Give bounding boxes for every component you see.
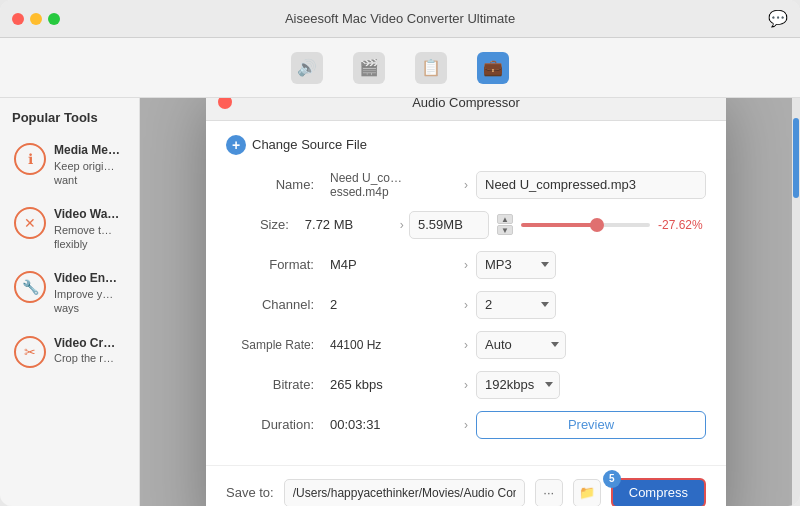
samplerate-label: Sample Rate: — [226, 338, 326, 352]
name-label: Name: — [226, 177, 326, 192]
format-select-container: MP3 AAC FLAC WAV — [476, 251, 706, 279]
folder-button[interactable]: 📁 — [573, 479, 601, 507]
dialog-title: Audio Compressor — [412, 98, 520, 110]
channel-value-left: 2 — [326, 297, 456, 312]
toolbar-audio[interactable]: 🔊 — [291, 52, 323, 84]
bitrate-label: Bitrate: — [226, 377, 326, 392]
close-button[interactable] — [12, 13, 24, 25]
dialog-footer: Save to: ··· 📁 5 Compress — [206, 465, 726, 507]
media-icon: ℹ — [14, 143, 46, 175]
bitrate-arrow: › — [456, 378, 476, 392]
compress-button[interactable]: Compress — [611, 478, 706, 507]
name-value-right — [476, 171, 706, 199]
dialog-close-button[interactable] — [218, 98, 232, 109]
name-value-left: Need U_co…essed.m4p — [326, 171, 456, 199]
samplerate-arrow: › — [456, 338, 476, 352]
content-area: Audio Compressor + Change Source File Na… — [140, 98, 792, 506]
scrollbar-thumb — [793, 118, 799, 198]
sidebar-item-enhance[interactable]: 🔧 Video En…Improve y… ways — [8, 263, 131, 323]
audio-compressor-dialog: Audio Compressor + Change Source File Na… — [206, 98, 726, 506]
bitrate-value-left: 265 kbps — [326, 377, 456, 392]
watermark-icon: ✕ — [14, 207, 46, 239]
compress-button-wrapper: 5 Compress — [611, 478, 706, 507]
preview-container: Preview — [476, 411, 706, 439]
app-window: Aiseesoft Mac Video Converter Ultimate 💬… — [0, 0, 800, 506]
format-arrow: › — [456, 258, 476, 272]
bitrate-select[interactable]: 192kbps 128kbps 256kbps 320kbps — [476, 371, 560, 399]
right-scrollbar[interactable] — [792, 98, 800, 506]
modal-overlay: Audio Compressor + Change Source File Na… — [140, 98, 792, 506]
duration-row: Duration: 00:03:31 › Preview — [226, 411, 706, 439]
size-label: Size: — [226, 217, 301, 232]
plus-icon: + — [226, 135, 246, 155]
samplerate-select[interactable]: Auto 44100 Hz 22050 Hz — [476, 331, 566, 359]
crop-icon: ✂ — [14, 336, 46, 368]
duration-arrow: › — [456, 418, 476, 432]
sidebar-item-crop[interactable]: ✂ Video Cr…Crop the r… — [8, 328, 131, 376]
size-slider[interactable] — [521, 223, 650, 227]
dialog-titlebar: Audio Compressor — [206, 98, 726, 121]
dialog-body: + Change Source File Name: Need U_co…ess… — [206, 121, 726, 465]
preview-button[interactable]: Preview — [476, 411, 706, 439]
stepper-down[interactable]: ▼ — [497, 225, 513, 235]
duration-value-left: 00:03:31 — [326, 417, 456, 432]
samplerate-select-container: Auto 44100 Hz 22050 Hz — [476, 331, 706, 359]
channel-select-container: 2 1 — [476, 291, 706, 319]
stepper-buttons: ▲ ▼ — [497, 214, 513, 235]
audio-icon: 🔊 — [291, 52, 323, 84]
duration-label: Duration: — [226, 417, 326, 432]
change-source-label: Change Source File — [252, 137, 367, 152]
channel-select[interactable]: 2 1 — [476, 291, 556, 319]
main-content: Popular Tools ℹ Media Me…Keep origi… wan… — [0, 98, 800, 506]
toolbar-video[interactable]: 🎬 — [353, 52, 385, 84]
name-input[interactable] — [476, 171, 706, 199]
save-path-input[interactable] — [284, 479, 525, 507]
toolbox-icon: 📋 — [415, 52, 447, 84]
step-badge: 5 — [603, 470, 621, 488]
format-value-left: M4P — [326, 257, 456, 272]
more-options-button[interactable]: ··· — [535, 479, 563, 507]
channel-row: Channel: 2 › 2 1 — [226, 291, 706, 319]
size-value-left: 7.72 MB — [301, 217, 395, 232]
chat-icon[interactable]: 💬 — [768, 9, 788, 28]
channel-label: Channel: — [226, 297, 326, 312]
sidebar: Popular Tools ℹ Media Me…Keep origi… wan… — [0, 98, 140, 506]
toolbar-toolbox[interactable]: 📋 — [415, 52, 447, 84]
sidebar-item-media[interactable]: ℹ Media Me…Keep origi… want — [8, 135, 131, 195]
format-select[interactable]: MP3 AAC FLAC WAV — [476, 251, 556, 279]
size-slider-container: -27.62% — [521, 218, 706, 232]
size-right-container: ▲ ▼ -27.62% — [409, 211, 706, 239]
toolbar: 🔊 🎬 📋 💼 — [0, 38, 800, 98]
size-row: Size: 7.72 MB › ▲ ▼ — [226, 211, 706, 239]
channel-arrow: › — [456, 298, 476, 312]
active-icon: 💼 — [477, 52, 509, 84]
app-title: Aiseesoft Mac Video Converter Ultimate — [285, 11, 515, 26]
title-bar: Aiseesoft Mac Video Converter Ultimate 💬 — [0, 0, 800, 38]
sidebar-media-text: Media Me…Keep origi… want — [54, 143, 125, 187]
size-arrow: › — [395, 218, 409, 232]
minimize-button[interactable] — [30, 13, 42, 25]
sidebar-watermark-text: Video Wa…Remove t… flexibly — [54, 207, 125, 251]
size-stepper-group: ▲ ▼ -27.62% — [409, 211, 706, 239]
sidebar-enhance-text: Video En…Improve y… ways — [54, 271, 125, 315]
format-row: Format: M4P › MP3 AAC FLAC WAV — [226, 251, 706, 279]
bitrate-row: Bitrate: 265 kbps › 192kbps 128kbps 256k… — [226, 371, 706, 399]
format-label: Format: — [226, 257, 326, 272]
save-to-label: Save to: — [226, 485, 274, 500]
name-arrow: › — [456, 178, 476, 192]
samplerate-row: Sample Rate: 44100 Hz › Auto 44100 Hz 22… — [226, 331, 706, 359]
size-input[interactable] — [409, 211, 489, 239]
enhance-icon: 🔧 — [14, 271, 46, 303]
bitrate-select-container: 192kbps 128kbps 256kbps 320kbps — [476, 371, 706, 399]
sidebar-item-watermark[interactable]: ✕ Video Wa…Remove t… flexibly — [8, 199, 131, 259]
change-source-button[interactable]: + Change Source File — [226, 135, 706, 155]
stepper-up[interactable]: ▲ — [497, 214, 513, 224]
sidebar-title: Popular Tools — [8, 110, 131, 125]
size-reduction: -27.62% — [658, 218, 706, 232]
video-icon: 🎬 — [353, 52, 385, 84]
window-controls — [12, 13, 60, 25]
maximize-button[interactable] — [48, 13, 60, 25]
name-row: Name: Need U_co…essed.m4p › — [226, 171, 706, 199]
sidebar-crop-text: Video Cr…Crop the r… — [54, 336, 115, 366]
toolbar-active[interactable]: 💼 — [477, 52, 509, 84]
